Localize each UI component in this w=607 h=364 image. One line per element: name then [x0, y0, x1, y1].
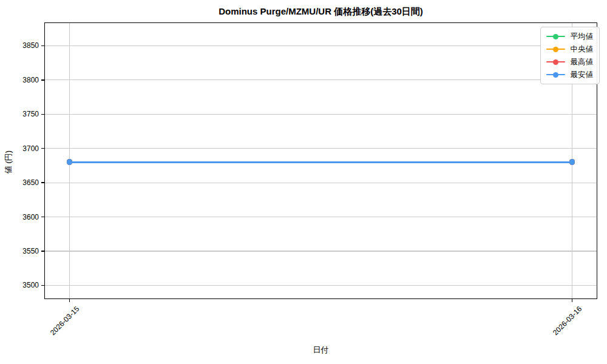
y-tick-mark — [41, 114, 44, 115]
legend-entry: 中央値 — [546, 44, 594, 54]
h-gridline — [44, 285, 597, 286]
h-gridline — [44, 148, 597, 149]
legend: 平均値中央値最高値最安値 — [540, 27, 600, 84]
h-gridline — [44, 46, 597, 46]
y-tick-label: 3850 — [8, 42, 39, 49]
legend-label: 最安値 — [571, 70, 594, 79]
y-tick-mark — [41, 46, 44, 46]
data-point-marker — [569, 159, 575, 165]
legend-line-marker-icon — [546, 72, 565, 78]
x-tick-mark — [572, 299, 572, 302]
legend-entry: 最安値 — [546, 70, 594, 79]
legend-label: 平均値 — [571, 32, 594, 41]
legend-line-marker-icon — [546, 59, 565, 65]
series-line-最安値 — [69, 161, 572, 163]
data-point-marker — [67, 159, 73, 165]
x-tick-mark — [69, 299, 70, 302]
y-tick-mark — [41, 251, 44, 251]
legend-entry: 平均値 — [546, 32, 594, 41]
y-tick-mark — [41, 285, 44, 286]
legend-entry: 最高値 — [546, 57, 594, 67]
x-tick-label: 2026-03-16 — [551, 305, 583, 337]
h-gridline — [44, 251, 597, 251]
y-tick-label: 3800 — [8, 76, 39, 84]
legend-line-marker-icon — [546, 33, 565, 39]
y-tick-mark — [41, 79, 44, 80]
plot-border — [44, 22, 597, 299]
legend-label: 中央値 — [571, 44, 594, 54]
y-tick-label: 3500 — [8, 281, 39, 289]
x-tick-label: 2026-03-15 — [49, 305, 81, 337]
h-gridline — [44, 114, 597, 115]
price-history-chart: Dominus Purge/MZMU/UR 価格推移(過去30日間) 35003… — [0, 0, 607, 364]
h-gridline — [44, 217, 597, 217]
chart-title: Dominus Purge/MZMU/UR 価格推移(過去30日間) — [44, 6, 597, 18]
y-tick-mark — [41, 148, 44, 149]
y-tick-label: 3600 — [8, 214, 39, 221]
h-gridline — [44, 183, 597, 183]
h-gridline — [44, 79, 597, 80]
y-tick-mark — [41, 182, 44, 183]
y-axis-label: 値 (円) — [3, 132, 14, 192]
legend-line-marker-icon — [546, 46, 565, 52]
y-tick-label: 3550 — [8, 248, 39, 255]
y-tick-label: 3750 — [8, 110, 39, 118]
legend-label: 最高値 — [571, 57, 594, 67]
y-tick-mark — [41, 217, 44, 217]
x-axis-label: 日付 — [44, 345, 597, 356]
